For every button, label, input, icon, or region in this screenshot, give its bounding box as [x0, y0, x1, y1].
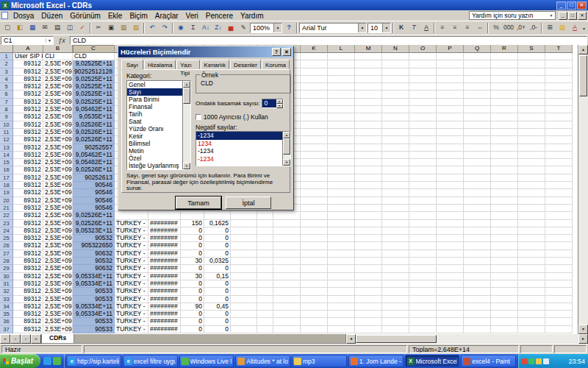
- cell[interactable]: [464, 182, 491, 189]
- cell[interactable]: [545, 265, 573, 272]
- cell[interactable]: [437, 106, 464, 113]
- cell[interactable]: [545, 205, 573, 212]
- cell[interactable]: [382, 99, 409, 106]
- cell[interactable]: User SIP P: [13, 53, 43, 60]
- cell[interactable]: [437, 227, 464, 235]
- cell[interactable]: [545, 113, 573, 121]
- workbook-restore-button[interactable]: □: [568, 12, 577, 20]
- help-question-box[interactable]: Yardım için soru yazın ▼: [469, 11, 556, 20]
- cell[interactable]: 2,53E+09: [43, 189, 73, 197]
- cell[interactable]: [491, 288, 518, 295]
- cell[interactable]: [437, 60, 464, 68]
- cell[interactable]: [464, 159, 491, 166]
- cell[interactable]: [382, 189, 409, 197]
- cell[interactable]: TURKEY -: [115, 280, 148, 288]
- cell[interactable]: [518, 235, 545, 242]
- cell[interactable]: [518, 205, 545, 212]
- cell[interactable]: [545, 258, 573, 265]
- cell[interactable]: [545, 197, 573, 205]
- cell[interactable]: [273, 280, 301, 288]
- last-sheet-button[interactable]: »: [31, 334, 41, 344]
- cell[interactable]: [437, 205, 464, 212]
- cut-button[interactable]: ✂: [93, 22, 104, 34]
- cell[interactable]: [491, 174, 518, 182]
- help-button[interactable]: ?: [283, 22, 295, 34]
- row-header-30[interactable]: 30: [0, 273, 13, 280]
- cell[interactable]: [409, 174, 437, 182]
- cell[interactable]: [491, 159, 518, 166]
- cell[interactable]: 89312: [13, 60, 43, 68]
- cell[interactable]: 89312: [13, 258, 43, 265]
- cell[interactable]: [301, 60, 328, 68]
- cell[interactable]: [409, 326, 437, 333]
- cell[interactable]: 2,53E+09: [43, 227, 73, 235]
- cell[interactable]: [328, 136, 355, 144]
- cell[interactable]: 89312: [13, 136, 43, 144]
- cell[interactable]: [409, 99, 437, 106]
- cell[interactable]: [328, 159, 355, 166]
- scroll-down-icon[interactable]: ▼: [283, 159, 290, 166]
- cell[interactable]: [518, 159, 545, 166]
- cell[interactable]: [355, 106, 382, 113]
- cell[interactable]: 89312: [13, 303, 43, 311]
- cell[interactable]: [273, 311, 301, 318]
- cell[interactable]: [355, 60, 382, 68]
- cell[interactable]: [464, 76, 491, 83]
- cell[interactable]: [491, 121, 518, 129]
- cell[interactable]: 2,53E+09: [43, 113, 73, 121]
- cell[interactable]: [382, 91, 409, 98]
- cell[interactable]: [301, 303, 328, 311]
- cell[interactable]: 9,05334E+11: [73, 303, 115, 311]
- row-header-2[interactable]: 2: [0, 60, 13, 68]
- cell[interactable]: [301, 91, 328, 98]
- align-center-button[interactable]: ≡: [449, 22, 461, 34]
- cell[interactable]: [382, 106, 409, 113]
- cell[interactable]: [409, 76, 437, 83]
- menu-item-görünüm[interactable]: Görünüm: [66, 12, 104, 20]
- scroll-down-icon[interactable]: ▼: [578, 325, 588, 334]
- cell[interactable]: [491, 265, 518, 272]
- cell[interactable]: [328, 144, 355, 152]
- cell[interactable]: [328, 273, 355, 280]
- cell[interactable]: 89312: [13, 235, 43, 242]
- cell[interactable]: 89312: [13, 311, 43, 318]
- cell[interactable]: [437, 258, 464, 265]
- cell[interactable]: [409, 129, 437, 136]
- cell[interactable]: 89312: [13, 144, 43, 152]
- cell[interactable]: 2,53E+09: [43, 311, 73, 318]
- column-header-l[interactable]: L: [328, 45, 355, 53]
- cell[interactable]: [409, 280, 437, 288]
- cell[interactable]: [273, 296, 301, 303]
- cell[interactable]: [545, 311, 573, 318]
- cell[interactable]: [409, 227, 437, 235]
- cell[interactable]: [491, 136, 518, 144]
- category-option[interactable]: Sayı: [127, 88, 182, 96]
- cell[interactable]: 9,02526E+11: [73, 220, 115, 227]
- category-option[interactable]: Tarih: [127, 110, 182, 118]
- cell[interactable]: 0: [181, 235, 204, 242]
- cell[interactable]: [382, 220, 409, 227]
- cell[interactable]: [518, 318, 545, 325]
- cell[interactable]: [301, 265, 328, 272]
- cell[interactable]: [355, 113, 382, 121]
- decimals-spinner[interactable]: 0 ▲ ▼: [262, 99, 284, 108]
- print-button[interactable]: ▤: [51, 22, 63, 34]
- cell[interactable]: [464, 265, 491, 272]
- row-header-8[interactable]: 8: [0, 106, 13, 113]
- category-option[interactable]: Metin: [127, 147, 182, 155]
- cell[interactable]: [328, 152, 355, 159]
- cell[interactable]: [382, 205, 409, 212]
- column-header-a[interactable]: A: [13, 45, 43, 53]
- tray-icon[interactable]: [536, 358, 542, 364]
- cell[interactable]: [328, 311, 355, 318]
- category-option[interactable]: Yüzde Oranı: [127, 125, 182, 132]
- cell[interactable]: [355, 144, 382, 152]
- cell[interactable]: [491, 83, 518, 91]
- cell[interactable]: 2,53E+09: [43, 205, 73, 212]
- cell[interactable]: [437, 99, 464, 106]
- cell[interactable]: [545, 242, 573, 250]
- cell[interactable]: [491, 280, 518, 288]
- cell[interactable]: 0: [204, 288, 231, 295]
- column-header-s[interactable]: S: [518, 45, 545, 53]
- cell[interactable]: [273, 326, 301, 333]
